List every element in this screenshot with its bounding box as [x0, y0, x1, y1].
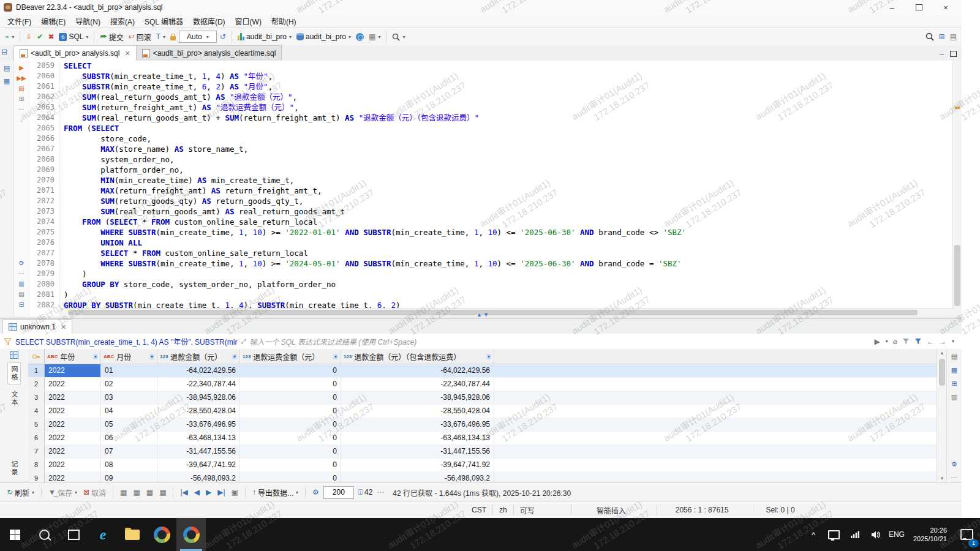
cell[interactable]: 2022 [45, 459, 101, 471]
cell[interactable]: 2022 [45, 445, 101, 458]
results-tab-unknown1[interactable]: unknown 1 ✕ [2, 319, 72, 334]
more-icon[interactable]: ⋯ [18, 270, 24, 277]
collapse-icon[interactable]: ⊟ [19, 301, 24, 308]
cell[interactable]: -22,340,787.44 [157, 378, 240, 391]
table-row[interactable]: 1202201-64,022,429.560-64,022,429.56 [28, 364, 937, 378]
fetch-button[interactable]: ⇩ [24, 29, 34, 44]
copy-row-button[interactable]: ▦ [145, 485, 155, 500]
view-tab-text[interactable]: 文本 [8, 388, 20, 409]
table-row[interactable]: 6202206-63,468,134.130-63,468,134.13 [28, 432, 937, 445]
export-result-icon[interactable]: ↓ [20, 116, 23, 123]
connection-selector[interactable]: audit_bi_pro▾ [236, 29, 293, 44]
add-row-button[interactable]: ▦ [131, 485, 141, 500]
cell[interactable]: -28,550,428.04 [341, 405, 494, 418]
grid-view-icon[interactable] [10, 351, 18, 359]
code-line[interactable]: FROM (SELECT * FROM custom_online_sale_r… [64, 217, 952, 227]
menu-item-4[interactable]: SQL 编辑器 [140, 16, 188, 26]
cell[interactable]: 09 [101, 472, 157, 482]
database-selector[interactable]: audit_bi_pro▾ [295, 29, 353, 44]
row-number[interactable]: 5 [28, 418, 45, 431]
minimize-button[interactable]: – [878, 0, 905, 15]
menu-item-2[interactable]: 导航(N) [70, 16, 105, 26]
task-view-button[interactable] [59, 518, 88, 551]
panel-settings-icon[interactable]: ⚙ [951, 460, 957, 468]
copy-icon[interactable]: ▤ [18, 291, 24, 298]
scroll-down-icon[interactable]: ▼ [937, 476, 947, 481]
table-row[interactable]: 9202209-56,498,093.20-56,498,093.2 [28, 472, 937, 482]
outline-icon[interactable]: ▤ [4, 64, 10, 72]
restore-panel-icon[interactable]: ⊟ [1, 48, 7, 56]
network-tray-icon[interactable] [845, 518, 865, 551]
close-button[interactable]: × [932, 0, 959, 15]
cell[interactable]: -63,468,134.13 [157, 432, 240, 444]
view-tab-grid[interactable]: 网格 [7, 362, 21, 384]
taskbar-clock[interactable]: 20:26 2025/10/21 [907, 526, 953, 543]
cell[interactable]: 0 [240, 391, 341, 404]
cell[interactable]: -33,676,496.95 [341, 418, 494, 431]
next-row-button[interactable]: ▶ [204, 485, 213, 500]
column-header-3[interactable]: 123退款运费金额（元）▾ [240, 349, 341, 364]
code-line[interactable]: SUM(return_goods_qty) AS return_goods_qt… [64, 196, 952, 206]
cell[interactable]: -39,647,741.92 [157, 459, 240, 471]
column-filter-icon[interactable]: ▾ [486, 354, 491, 359]
code-line[interactable]: ) [64, 290, 952, 300]
column-header-1[interactable]: ABC月份▾ [101, 349, 157, 364]
value-viewer-icon[interactable]: ▤ [951, 353, 957, 361]
cell[interactable]: 07 [101, 445, 157, 458]
code-line[interactable]: MAX(store_name) AS store_name_t, [64, 144, 952, 154]
calc-panel-icon[interactable]: ▦ [951, 366, 957, 374]
tray-expand-button[interactable]: ^ [803, 518, 824, 551]
transaction-log-button[interactable]: ↺ [218, 29, 228, 44]
code-line[interactable]: SUBSTR(min_create_time_t, 6, 2) AS "月份", [64, 81, 952, 92]
cell[interactable]: 0 [240, 472, 341, 482]
code-lines[interactable]: SELECT SUBSTR(min_create_time_t, 1, 4) A… [60, 61, 952, 317]
cell[interactable]: 2022 [45, 364, 101, 377]
volume-tray-icon[interactable] [865, 518, 886, 551]
cell[interactable]: -22,340,787.44 [341, 378, 494, 391]
code-line[interactable]: SUM(real_return_goods_amt_t) AS "退款金额（元）… [64, 92, 952, 102]
table-row[interactable]: 8202208-39,647,741.920-39,647,741.92 [28, 459, 937, 472]
start-button[interactable] [0, 518, 29, 551]
tab-analysis-cleartime-sql[interactable]: <audit_bi_pro> analysis_cleartime.sql [136, 45, 282, 61]
code-line[interactable]: UNION ALL [64, 238, 952, 248]
column-filter-icon[interactable]: ▾ [232, 354, 237, 359]
first-row-button[interactable]: |◀ [178, 485, 189, 500]
scrollbar-thumb[interactable] [939, 359, 945, 386]
apply-filter-icon[interactable]: ▶ [875, 337, 880, 346]
cell[interactable]: -63,468,134.13 [341, 432, 494, 444]
cell[interactable]: -38,945,928.06 [157, 391, 240, 404]
rollback-button[interactable]: ↩回滚 [127, 29, 153, 44]
taskbar-search-button[interactable] [29, 518, 59, 551]
column-header-2[interactable]: 123退款金额（元）▾ [157, 349, 240, 364]
row-number[interactable]: 7 [28, 445, 45, 458]
sash-collapse-icons[interactable]: ▲▼ [477, 312, 490, 318]
view-tab-record[interactable]: 记录 [8, 458, 20, 479]
layout-button[interactable]: ▦▾ [367, 29, 382, 44]
code-line[interactable]: WHERE SUBSTR(min_create_time, 1, 10) >= … [64, 227, 952, 238]
cell[interactable]: 0 [240, 418, 341, 431]
action-center-button[interactable]: 1 [953, 518, 980, 551]
code-line[interactable]: SELECT * FROM custom_online_sale_return_… [64, 248, 952, 258]
cell[interactable]: 06 [101, 432, 157, 444]
row-count-button[interactable]: ⍗42 [356, 485, 375, 500]
quick-search-button[interactable] [924, 29, 936, 44]
stop-button[interactable]: ✖ [46, 29, 56, 44]
code-line[interactable]: SUM(return_freight_amt_t) AS "退款运费金额（元）"… [64, 102, 952, 113]
filter-input[interactable]: 输入一个 SQL 表达式来过滤结果 (使用 Ctrl+Space) [249, 336, 870, 347]
display-tray-icon[interactable] [824, 518, 845, 551]
scrollbar-thumb[interactable] [68, 310, 918, 315]
cancel-button[interactable]: ⊠取消 [81, 485, 108, 500]
close-icon[interactable]: ✕ [61, 323, 66, 331]
auto-commit-select[interactable]: Auto▾ [179, 31, 217, 43]
execute-check-button[interactable]: ✔ [35, 29, 45, 44]
execute-statement-icon[interactable]: ▶ [19, 64, 24, 71]
cell[interactable]: 0 [240, 459, 341, 471]
cell[interactable]: -64,022,429.56 [341, 364, 494, 377]
input-language-button[interactable]: ENG [886, 518, 907, 551]
more-actions-icon[interactable]: ⋯ [18, 106, 24, 113]
cell[interactable]: 0 [240, 445, 341, 458]
cell[interactable]: 03 [101, 391, 157, 404]
cell[interactable]: 02 [101, 378, 157, 391]
file-explorer-button[interactable] [118, 518, 147, 551]
code-line[interactable]: SELECT [64, 61, 952, 71]
